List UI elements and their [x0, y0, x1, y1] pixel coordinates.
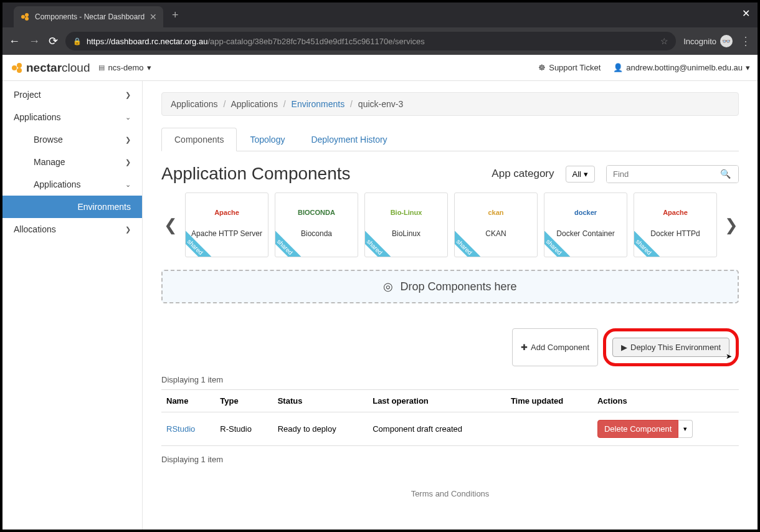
carousel-next-icon[interactable]: ❯ [722, 216, 741, 235]
chevron-right-icon: ❯ [125, 91, 131, 99]
breadcrumb-environments-link[interactable]: Environments [292, 99, 345, 109]
target-icon: ◎ [383, 280, 393, 293]
displaying-count-bottom: Displaying 1 item [161, 455, 739, 464]
footer-link[interactable]: Terms and Conditions [161, 489, 739, 498]
component-name-link[interactable]: RStudio [166, 424, 195, 434]
component-card[interactable]: docker Docker Container shared [544, 192, 627, 257]
tab-deployment-history[interactable]: Deployment History [298, 128, 400, 151]
brand-logo[interactable]: nectarcloud [10, 61, 90, 75]
sidebar-item-manage[interactable]: Manage ❯ [2, 151, 142, 173]
sidebar-item-browse[interactable]: Browse ❯ [2, 128, 142, 151]
table-row: RStudio R-Studio Ready to deploy Compone… [161, 412, 739, 446]
card-label: BioLinux [389, 229, 423, 238]
tab-components[interactable]: Components [161, 128, 237, 151]
chevron-down-icon: ⌄ [125, 181, 131, 189]
app-topbar: nectarcloud ▤ ncs-demo ▾ ☸ Support Ticke… [2, 55, 758, 81]
component-card[interactable]: ckan CKAN shared [454, 192, 538, 257]
sidebar-item-applications[interactable]: Applications ⌄ [2, 106, 142, 128]
col-type[interactable]: Type [215, 390, 272, 412]
tab-title: Components - Nectar Dashboard [35, 12, 145, 21]
chevron-down-icon: ⌄ [125, 113, 131, 121]
logo-icon [10, 61, 24, 75]
reload-icon[interactable]: ⟳ [49, 34, 58, 48]
card-icon: Apache [214, 198, 239, 227]
search-icon: 🔍 [720, 169, 731, 179]
search-button[interactable]: 🔍 [713, 166, 738, 183]
add-component-button[interactable]: ✚ Add Component [512, 328, 598, 366]
search-box: 🔍 [606, 165, 739, 183]
address-bar[interactable]: 🔒 https://dashboard.rc.nectar.org.au/app… [65, 32, 676, 50]
sidebar-item-allocations[interactable]: Allocations ❯ [2, 218, 142, 240]
caret-down-icon: ▾ [746, 63, 750, 72]
sidebar: Project ❯ Applications ⌄ Browse ❯ Manage… [2, 81, 143, 530]
incognito-indicator: Incognito 👓 [683, 35, 733, 47]
highlight-annotation: ▶ Deploy This Environment ➤ [603, 328, 739, 366]
tab-topology[interactable]: Topology [237, 128, 298, 151]
caret-down-icon: ▾ [584, 169, 588, 179]
nav-forward-icon[interactable]: → [29, 35, 40, 48]
new-tab-button[interactable]: + [172, 9, 179, 22]
displaying-count-top: Displaying 1 item [161, 375, 739, 384]
svg-point-2 [25, 17, 29, 21]
tabs: Components Topology Deployment History [161, 127, 739, 151]
project-switcher[interactable]: ▤ ncs-demo ▾ [98, 63, 151, 72]
sidebar-item-project[interactable]: Project ❯ [2, 83, 142, 106]
cursor-icon: ➤ [726, 352, 732, 361]
col-actions: Actions [592, 390, 739, 412]
card-label: CKAN [483, 229, 508, 238]
svg-point-5 [17, 68, 22, 73]
browser-tab[interactable]: Components - Nectar Dashboard ✕ [14, 6, 163, 27]
lock-icon: 🔒 [73, 37, 82, 45]
card-icon: Apache [663, 198, 688, 227]
card-label: Docker HTTPd [648, 229, 702, 238]
drop-zone[interactable]: ◎ Drop Components here [161, 270, 739, 303]
sidebar-item-environments[interactable]: Environments [2, 196, 142, 218]
incognito-icon: 👓 [720, 35, 733, 47]
col-time[interactable]: Time updated [506, 390, 592, 412]
search-input[interactable] [607, 166, 713, 183]
col-status[interactable]: Status [273, 390, 368, 412]
category-label: App category [492, 168, 554, 180]
url-host: https://dashboard.rc.nectar.org.au [87, 37, 207, 46]
component-card[interactable]: Bio-Linux BioLinux shared [364, 192, 448, 257]
col-name[interactable]: Name [161, 390, 215, 412]
card-icon: BIOCONDA [298, 198, 335, 227]
category-dropdown[interactable]: All ▾ [566, 166, 595, 183]
component-card[interactable]: Apache Docker HTTPd shared [634, 192, 717, 257]
card-label: Bioconda [298, 229, 335, 238]
component-card[interactable]: Apache Apache HTTP Server shared [185, 192, 268, 257]
deploy-environment-button[interactable]: ▶ Deploy This Environment [612, 338, 729, 357]
favicon-icon [20, 12, 30, 22]
breadcrumb: Applications / Applications / Environmen… [161, 92, 739, 116]
project-icon: ▤ [98, 64, 105, 72]
card-icon: docker [574, 198, 597, 227]
carousel-prev-icon[interactable]: ❮ [161, 216, 180, 235]
window-close-icon[interactable]: ✕ [742, 7, 750, 19]
user-menu[interactable]: 👤 andrew.botting@unimelb.edu.au ▾ [613, 63, 750, 72]
action-menu-caret[interactable]: ▾ [678, 420, 693, 438]
page-title: Application Components [161, 164, 480, 184]
card-label: Apache HTTP Server [189, 229, 265, 238]
chevron-right-icon: ❯ [125, 136, 131, 144]
sidebar-item-applications-sub[interactable]: Applications ⌄ [2, 173, 142, 196]
card-label: Docker Container [554, 229, 617, 238]
tab-close-icon[interactable]: ✕ [150, 12, 157, 22]
col-last-op[interactable]: Last operation [368, 390, 506, 412]
delete-component-button[interactable]: Delete Component [597, 420, 678, 438]
user-icon: 👤 [613, 63, 623, 72]
bookmark-star-icon[interactable]: ☆ [660, 36, 668, 46]
browser-menu-icon[interactable]: ⋮ [740, 34, 751, 48]
life-ring-icon: ☸ [538, 63, 546, 72]
chevron-right-icon: ❯ [125, 158, 131, 166]
svg-point-0 [21, 15, 25, 19]
chevron-right-icon: ❯ [125, 226, 131, 234]
shared-ribbon: shared [454, 226, 485, 257]
svg-point-4 [17, 63, 22, 68]
nav-back-icon[interactable]: ← [9, 35, 20, 48]
component-card[interactable]: BIOCONDA Bioconda shared [275, 192, 358, 257]
url-path: /app-catalog/38eb7b28fc7b451d9e9df1c5c96… [207, 37, 424, 46]
components-table: Name Type Status Last operation Time upd… [161, 389, 739, 446]
svg-point-3 [12, 65, 17, 70]
support-link[interactable]: ☸ Support Ticket [538, 63, 601, 72]
card-icon: ckan [488, 198, 503, 227]
